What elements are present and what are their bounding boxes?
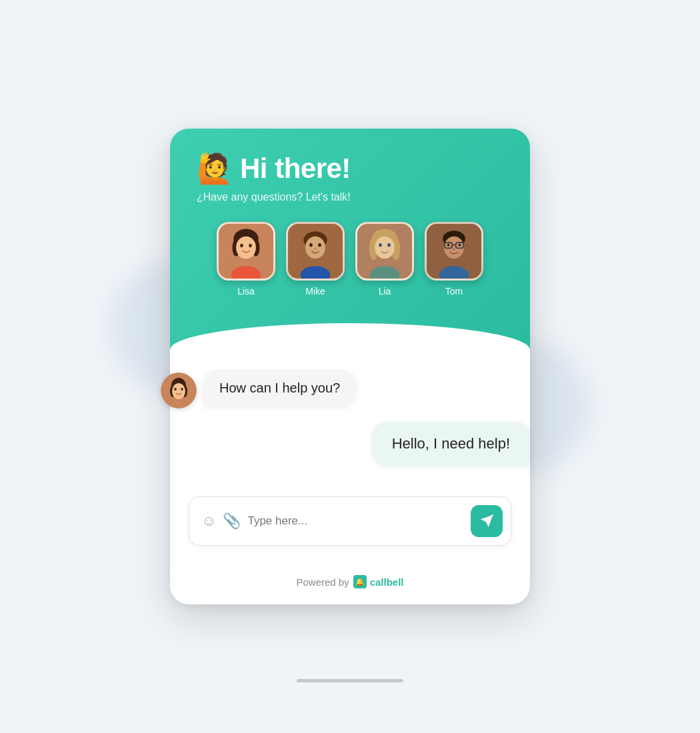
avatar-mike-svg bbox=[288, 222, 343, 281]
avatar-lisa bbox=[217, 222, 275, 281]
chat-header: 🙋 Hi there! ¿Have any questions? Let's t… bbox=[170, 129, 530, 350]
scene: 🙋 Hi there! ¿Have any questions? Let's t… bbox=[150, 40, 550, 693]
agent-lia[interactable]: Lia bbox=[355, 222, 414, 297]
svg-point-7 bbox=[240, 244, 243, 248]
chat-input-area: ☺ 📎 bbox=[170, 496, 530, 564]
powered-by-footer: Powered by 🔔 callbell bbox=[170, 564, 530, 604]
chat-widget: 🙋 Hi there! ¿Have any questions? Let's t… bbox=[170, 129, 530, 604]
avatar-lisa-svg bbox=[219, 222, 273, 281]
agent-name-tom: Tom bbox=[445, 286, 463, 297]
greeting-subtitle: ¿Have any questions? Let's talk! bbox=[197, 191, 503, 203]
message-outgoing: Hello, I need help! bbox=[197, 422, 530, 466]
avatar-mike bbox=[286, 222, 345, 281]
avatar-lia bbox=[355, 222, 414, 281]
svg-point-15 bbox=[314, 248, 317, 250]
agent-mike[interactable]: Mike bbox=[286, 222, 345, 297]
svg-point-22 bbox=[379, 243, 382, 247]
avatar-lia-svg bbox=[357, 222, 412, 281]
emoji-icon[interactable]: ☺ bbox=[201, 512, 216, 530]
svg-point-32 bbox=[459, 244, 461, 247]
callbell-brand: 🔔 callbell bbox=[353, 575, 404, 588]
input-box: ☺ 📎 bbox=[189, 496, 511, 546]
bubble-incoming: How can I help you? bbox=[203, 370, 356, 406]
agent-name-mike: Mike bbox=[305, 286, 325, 297]
avatar-tom-svg bbox=[427, 222, 481, 281]
callbell-bell-icon: 🔔 bbox=[353, 575, 367, 588]
svg-point-6 bbox=[236, 237, 256, 259]
greeting-title: Hi there! bbox=[240, 153, 351, 185]
svg-point-39 bbox=[172, 383, 185, 399]
agent-name-lisa: Lisa bbox=[237, 286, 255, 297]
message-avatar-lisa bbox=[161, 372, 197, 408]
avatar-tom bbox=[425, 222, 483, 281]
wave-emoji: 🙋 bbox=[197, 154, 233, 183]
svg-point-21 bbox=[375, 237, 395, 259]
message-incoming: How can I help you? bbox=[197, 370, 530, 408]
agent-name-lia: Lia bbox=[379, 286, 391, 297]
greeting-row: 🙋 Hi there! bbox=[197, 153, 503, 185]
agent-tom[interactable]: Tom bbox=[425, 222, 483, 297]
svg-point-12 bbox=[305, 237, 325, 259]
svg-point-13 bbox=[309, 243, 313, 247]
powered-label: Powered by bbox=[296, 576, 349, 588]
svg-point-31 bbox=[447, 244, 450, 247]
attachment-icon[interactable]: 📎 bbox=[223, 512, 241, 530]
svg-point-40 bbox=[174, 388, 177, 390]
home-indicator bbox=[297, 679, 403, 682]
svg-point-27 bbox=[444, 237, 464, 259]
bubble-outgoing: Hello, I need help! bbox=[372, 422, 530, 466]
svg-point-41 bbox=[181, 388, 183, 390]
callbell-name: callbell bbox=[370, 576, 404, 588]
svg-point-8 bbox=[249, 244, 252, 248]
send-button[interactable] bbox=[471, 505, 503, 537]
svg-point-14 bbox=[318, 243, 321, 247]
message-input[interactable] bbox=[247, 514, 464, 528]
agent-lisa[interactable]: Lisa bbox=[217, 222, 275, 297]
agents-row: Lisa bbox=[197, 222, 503, 297]
svg-point-23 bbox=[387, 243, 391, 247]
send-icon bbox=[479, 514, 494, 528]
svg-point-33 bbox=[453, 249, 455, 251]
messages-area: How can I help you? Hello, I need help! bbox=[170, 350, 530, 496]
